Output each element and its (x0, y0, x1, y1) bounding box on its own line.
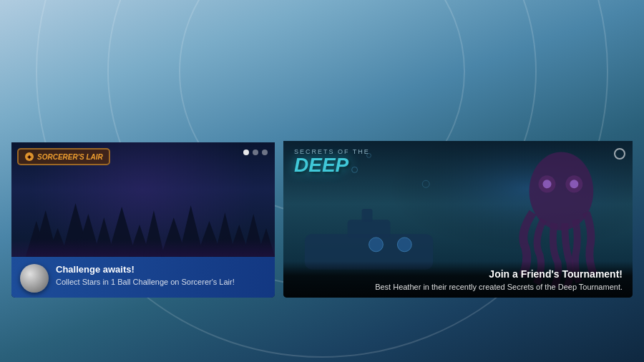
game-deep-logo: SECRETS OF THE DEEP (294, 148, 370, 175)
challenge-desc: Collect Stars in 1 Ball Challenge on Sor… (56, 277, 266, 288)
carousel-dot-1[interactable] (243, 150, 249, 155)
carousel-dot-2[interactable] (253, 150, 258, 155)
game-logo-text: Sorcerer's Lair (37, 153, 103, 161)
carousel-dot-3[interactable] (262, 150, 268, 155)
news-radio[interactable] (614, 148, 625, 160)
challenge-text: Challenge awaits! Collect Stars in 1 Bal… (56, 264, 266, 288)
quick-play-content: ✦ Sorcerer's Lair Challenge awaits! (11, 142, 275, 298)
game-logo-area: ✦ Sorcerer's Lair (17, 148, 110, 165)
main-content: 13 708 / 1300 XP Pinball Peter PINBALL F… (0, 0, 644, 362)
svg-rect-47 (11, 239, 275, 257)
svg-rect-58 (362, 209, 373, 222)
challenge-overlay: Challenge awaits! Collect Stars in 1 Bal… (11, 257, 275, 298)
carousel-dots (243, 150, 268, 155)
deep-logo-text: DEEP (294, 155, 370, 175)
svg-point-65 (570, 180, 578, 188)
svg-point-60 (369, 238, 384, 252)
news-overlay: Join a Friend's Tournament! Best Heather… (283, 261, 633, 298)
news-article-desc: Best Heather in their recently created S… (293, 283, 623, 291)
news-content: SECRETS OF THE DEEP Join a Friend's Tour… (283, 141, 633, 298)
pinball (20, 264, 49, 293)
svg-point-59 (397, 238, 411, 252)
news-article-title: Join a Friend's Tournament! (293, 268, 623, 280)
svg-rect-57 (348, 220, 391, 238)
svg-text:✦: ✦ (26, 154, 32, 161)
challenge-title: Challenge awaits! (56, 264, 266, 275)
trees-svg (11, 178, 275, 257)
svg-point-64 (543, 180, 552, 188)
svg-point-61 (530, 152, 594, 230)
